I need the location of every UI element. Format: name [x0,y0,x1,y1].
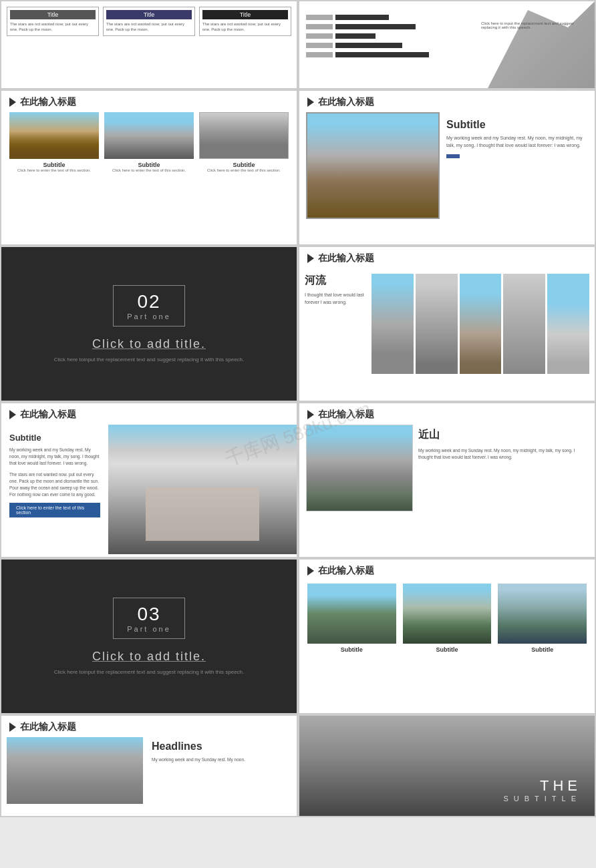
big-photo-2-2 [306,112,440,219]
slide-2-2-header: 在此输入标题 [299,91,595,112]
left-sub-title: Subtitle [9,433,100,443]
title-bar-3: Title [202,10,288,19]
slide-5-2-header: 在此输入标题 [299,560,595,581]
part-number: 02 [127,291,171,312]
vert-photo-5 [547,274,589,374]
bar-row-5 [306,52,474,57]
slide-6-1-header: 在此输入标题 [1,716,297,737]
slide-5-1: 03 Part one Click to add title. Click he… [1,560,297,713]
river-body: I thought that love would last forever I… [305,292,366,306]
slide-4-2-inner: 近山 My working week and my Sunday rest. M… [299,425,595,511]
slide-2-1: 在此输入标题 Subtitle Click here to enter the … [1,91,297,244]
part-number-box-03: 03 Part one [113,598,185,639]
three-photos: Subtitle Click here to enter the text of… [1,112,297,174]
slide-6-2-overlay: THE SUBTITLE [503,777,581,803]
tree-photo-2 [403,584,492,644]
photo-card-2: Subtitle Click here to enter the text of… [104,112,194,174]
left-body-text: My working week and my Sunday rest. My n… [9,447,100,466]
slide-5-2-title: 在此输入标题 [318,565,374,577]
click-add-title-03[interactable]: Click to add title. [92,650,206,664]
triangle-icon-2 [307,97,314,107]
photo-1 [9,112,99,159]
the-text: THE [503,777,581,795]
part-label-03: Part one [127,625,171,633]
subtitle-block-2-2: Subtitle My working week and my Sunday r… [446,112,588,161]
slide-6-left [7,737,143,804]
photo-card-1: Subtitle Click here to enter the text of… [9,112,99,174]
blue-btn-2-2[interactable] [446,154,460,158]
title-bar-1: Title [10,10,96,19]
the-subtitle-text: SUBTITLE [503,795,581,803]
bar-fill-4 [335,43,402,48]
landscape-img [7,737,143,804]
slide-6-1-title: 在此输入标题 [20,721,76,733]
big-scene [108,425,297,554]
vert-photo-2 [416,274,458,374]
sub-title-2-2: Subtitle [446,119,588,131]
slide-2-1-title: 在此输入标题 [20,96,76,108]
photo-card-3: Subtitle Click here to enter the text of… [199,112,289,174]
triangle-icon-3 [307,254,314,263]
photo-card-2-2: Subtitle [403,584,492,653]
bar-row-4 [306,43,474,48]
slide-6-1-inner: Headlines My working week and my Sunday … [1,737,297,816]
click-sub-text-03: Click here toinput the replacement text … [54,669,245,675]
slide-3-2: 在此输入标题 河流 I thought that love would last… [299,247,595,401]
title-card-2: Title The stars are not wanted now; put … [103,7,195,36]
left-body-text2: The stars are not wanted now. put out ev… [9,471,100,497]
slide-1-2-right-text: Click here to input the replacement text… [481,8,588,29]
slide-3-1: 02 Part one Click to add title. Click he… [1,247,297,401]
slide-5-2: 在此输入标题 Subtitle Subtitle Subtitle [299,560,595,713]
bar-fill-5 [335,52,429,57]
river-title: 河流 [305,274,366,288]
slide-4-2: 在此输入标题 近山 My working week and my Sunday … [299,403,595,557]
photo-subtitle-2-1: Subtitle [341,646,363,653]
bar-label-4 [306,43,333,48]
bar-label-5 [306,52,333,57]
enter-btn[interactable]: Click here to enter the text of this sec… [9,503,100,517]
near-mountain-body: My working week and my Sunday rest. My n… [418,447,588,461]
slide-1-1-inner: Title The stars are not wanted now; put … [1,1,297,41]
bar-label-2 [306,24,333,29]
photo-card-2-1: Subtitle [307,584,396,653]
slide-5-1-inner: 03 Part one Click to add title. Click he… [1,560,297,713]
slide-6-1: 在此输入标题 Headlines My working week and my … [1,716,297,816]
bar-row-1 [306,15,474,20]
bar-row-2 [306,24,474,29]
bar-fill-1 [335,15,389,20]
near-mountain-text: 近山 My working week and my Sunday rest. M… [418,425,588,511]
triangle-icon-5 [307,410,314,419]
slide-3-2-title: 在此输入标题 [318,252,374,264]
bar-fill-2 [335,24,416,29]
slide-4-1: 在此输入标题 Subtitle My working week and my S… [1,403,297,557]
slide-1-2: Click here to input the replacement text… [299,1,595,88]
river-text: 河流 I thought that love would last foreve… [305,274,371,374]
slide-2-1-header: 在此输入标题 [1,91,297,112]
body-text-3: The stars are not wanted now; put out ev… [202,22,288,33]
photo-caption-2: Click here to enter the text of this sec… [112,168,186,174]
slide-1-2-inner: Click here to input the replacement text… [299,1,595,64]
triangle-icon-4 [9,410,16,419]
slide-grid: Title The stars are not wanted now; put … [0,0,596,817]
part-label: Part one [127,312,171,320]
triangle-icon [9,97,16,107]
sub-text-2-2: My working week and my Sunday rest. My n… [446,135,588,149]
bar-label-3 [306,33,333,39]
slide-4-2-header: 在此输入标题 [299,403,595,425]
body-text-1: The stars are not wanted now; put out ev… [10,22,96,33]
title-card-3: Title The stars are not wanted now; put … [199,7,291,36]
triangle-icon-7 [9,722,16,732]
photo-subtitle-2: Subtitle [138,162,160,168]
slide-4-1-header: 在此输入标题 [1,403,297,425]
title-bar-2: Title [106,10,192,19]
click-sub-text: Click here toinput the replacement text … [54,357,245,363]
photo-subtitle-3: Subtitle [233,162,255,168]
vertical-photos [371,274,589,374]
slide-4-1-title: 在此输入标题 [20,409,76,421]
click-add-title[interactable]: Click to add title. [92,337,206,351]
bar-fill-3 [335,33,376,39]
slide-2-2: 在此输入标题 Subtitle My working week and my S… [299,91,595,244]
river-section: 河流 I thought that love would last foreve… [299,268,595,379]
slide-3-2-header: 在此输入标题 [299,247,595,268]
photo-caption-3: Click here to enter the text of this sec… [207,168,281,174]
